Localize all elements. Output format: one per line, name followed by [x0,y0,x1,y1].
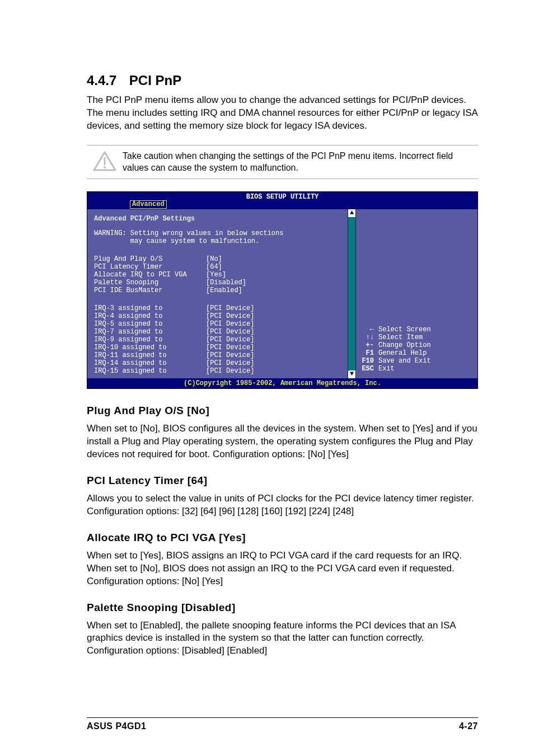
section-title: PCI PnP [129,73,181,88]
bios-setting-label: IRQ-9 assigned to [94,336,206,344]
bios-help-row: ESCExit [359,365,474,373]
bios-setting-value[interactable]: [PCI Device] [206,344,254,351]
bios-setting-row[interactable]: Plug And Play O/S[No] [94,255,341,263]
bios-setting-label: IRQ-10 assigned to [94,344,206,351]
bios-help-key: +- [359,341,378,349]
bios-help-text: Save and Exit [378,357,431,365]
bios-help-text: Exit [378,365,395,373]
bios-setting-label: IRQ-11 assigned to [94,351,206,359]
bios-setting-value[interactable]: [PCI Device] [206,351,254,359]
bios-footer: (C)Copyright 1985-2002, American Megatre… [87,378,477,388]
bios-setting-row[interactable]: Allocate IRQ to PCI VGA[Yes] [94,271,341,279]
bios-help-text: Select Item [378,334,423,341]
bios-setting-label: IRQ-15 assigned to [94,367,206,375]
bios-setting-row[interactable]: IRQ-4 assigned to[PCI Device] [94,312,341,320]
bios-help-key: F1 [359,349,378,357]
bios-setting-row[interactable]: PCI Latency Timer[64] [94,263,341,271]
section-number: 4.4.7 [87,73,116,88]
scroll-thumb[interactable] [348,217,355,370]
bios-setting-label: PCI IDE BusMaster [94,287,206,294]
bios-warning-line2: may cause system to malfunction. [94,237,341,245]
bios-setting-label: IRQ-3 assigned to [94,304,206,312]
bios-help-row: F1General Help [359,349,474,357]
bios-setting-value[interactable]: [PCI Device] [206,336,254,344]
bios-setting-label: Plug And Play O/S [94,255,206,263]
bios-setting-value[interactable]: [PCI Device] [206,367,254,375]
bios-setting-row[interactable]: IRQ-10 assigned to[PCI Device] [94,344,341,351]
svg-point-2 [104,166,106,168]
bios-setting-row[interactable]: PCI IDE BusMaster[Enabled] [94,287,341,294]
bios-setting-row[interactable]: IRQ-5 assigned to[PCI Device] [94,320,341,328]
bios-setting-value[interactable]: [Yes] [206,271,226,279]
bios-setting-row[interactable]: Palette Snooping[Disabled] [94,279,341,287]
bios-help-row: ←Select Screen [359,326,474,334]
bios-title: BIOS SETUP UTILITY [246,193,319,201]
bios-setting-value[interactable]: [PCI Device] [206,359,254,367]
caution-text: Take caution when changing the settings … [123,150,478,174]
subsection-heading: Plug And Play O/S [No] [87,405,478,417]
bios-setting-value[interactable]: [PCI Device] [206,312,254,320]
bios-help-row: F10Save and Exit [359,357,474,365]
bios-setting-value[interactable]: [PCI Device] [206,328,254,336]
bios-scrollbar[interactable]: ▲ ▼ [348,209,355,378]
caution-block: Take caution when changing the settings … [87,145,478,179]
bios-setting-label: IRQ-7 assigned to [94,328,206,336]
subsection-body: When set to [Yes], BIOS assigns an IRQ t… [87,550,478,588]
bios-setting-value[interactable]: [No] [206,255,222,263]
page-footer: ASUS P4GD1 4-27 [87,717,478,731]
scroll-down-icon[interactable]: ▼ [348,370,355,378]
footer-left: ASUS P4GD1 [87,721,146,731]
subsection-heading: PCI Latency Timer [64] [87,475,478,487]
bios-header: BIOS SETUP UTILITY Advanced [87,192,477,209]
bios-help-key: F10 [359,357,378,365]
bios-left-panel: Advanced PCI/PnP Settings WARNING: Setti… [87,209,348,378]
bios-setting-value[interactable]: [64] [206,263,222,271]
section-header: 4.4.7 PCI PnP [87,73,478,88]
bios-help-key: ← [359,326,378,334]
subsection-body: When set to [Enabled], the pallete snoop… [87,619,478,658]
bios-screenshot: BIOS SETUP UTILITY Advanced Advanced PCI… [87,191,478,389]
bios-setting-label: IRQ-5 assigned to [94,320,206,328]
subsection-heading: Allocate IRQ to PCI VGA [Yes] [87,532,478,544]
bios-panel-heading: Advanced PCI/PnP Settings [94,215,341,223]
scroll-up-icon[interactable]: ▲ [348,209,355,217]
bios-help-row: ↑↓Select Item [359,334,474,341]
footer-right: 4-27 [459,721,478,731]
bios-setting-label: IRQ-14 assigned to [94,359,206,367]
subsection-heading: Palette Snooping [Disabled] [87,602,478,614]
bios-setting-row[interactable]: IRQ-15 assigned to[PCI Device] [94,367,341,375]
bios-settings-block-1: Plug And Play O/S[No]PCI Latency Timer[6… [94,255,341,294]
bios-help-text: Change Option [378,341,431,349]
bios-tab: Advanced [130,200,167,209]
bios-setting-label: IRQ-4 assigned to [94,312,206,320]
bios-warning-line1: WARNING: Setting wrong values in below s… [94,229,341,237]
warning-icon [87,151,123,172]
subsection-body: When set to [No], BIOS configures all th… [87,422,478,461]
bios-setting-value[interactable]: [PCI Device] [206,304,254,312]
bios-setting-value[interactable]: [Disabled] [206,279,246,287]
bios-help-key: ESC [359,365,378,373]
bios-setting-value[interactable]: [Enabled] [206,287,242,294]
bios-help-row: +-Change Option [359,341,474,349]
bios-setting-row[interactable]: IRQ-9 assigned to[PCI Device] [94,336,341,344]
bios-setting-row[interactable]: IRQ-11 assigned to[PCI Device] [94,351,341,359]
bios-help-text: Select Screen [378,326,431,334]
bios-setting-row[interactable]: IRQ-3 assigned to[PCI Device] [94,304,341,312]
bios-help-text: General Help [378,349,427,357]
bios-help-panel: ←Select Screen↑↓Select Item+-Change Opti… [355,209,477,378]
bios-setting-row[interactable]: IRQ-7 assigned to[PCI Device] [94,328,341,336]
bios-setting-label: Palette Snooping [94,279,206,287]
bios-help-key: ↑↓ [359,334,378,341]
bios-setting-value[interactable]: [PCI Device] [206,320,254,328]
bios-setting-label: PCI Latency Timer [94,263,206,271]
intro-paragraph: The PCI PnP menu items allow you to chan… [87,94,478,133]
bios-setting-label: Allocate IRQ to PCI VGA [94,271,206,279]
subsection-body: Allows you to select the value in units … [87,492,478,518]
bios-setting-row[interactable]: IRQ-14 assigned to[PCI Device] [94,359,341,367]
bios-settings-block-2: IRQ-3 assigned to[PCI Device]IRQ-4 assig… [94,304,341,375]
